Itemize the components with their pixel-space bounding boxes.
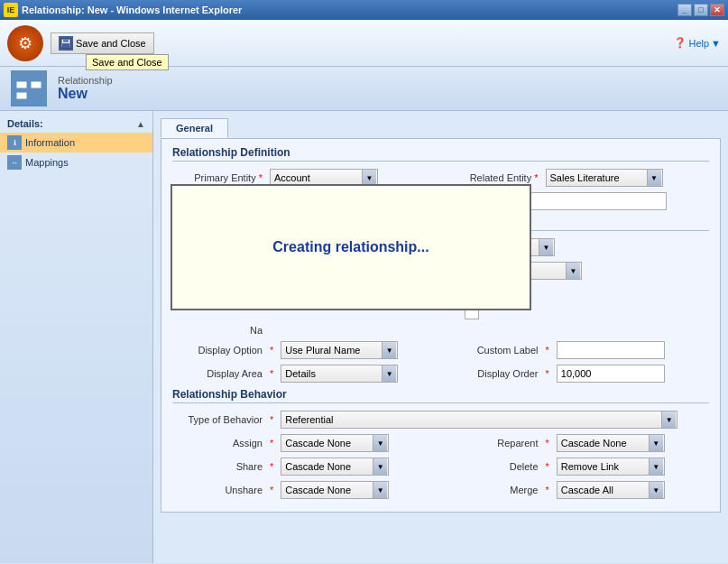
svg-rect-2 <box>62 43 69 48</box>
delete-required: * <box>546 461 549 472</box>
nav-pane-row: Na <box>172 325 709 336</box>
app-logo: ⚙ <box>7 25 43 61</box>
assign-col: Assign * Cascade None ▼ <box>172 434 434 458</box>
display-option-required: * <box>270 345 273 356</box>
share-select-wrapper: Cascade None ▼ <box>281 458 389 476</box>
assign-label: Assign <box>172 438 263 448</box>
share-required: * <box>270 461 273 472</box>
mappings-icon: ↔ <box>7 155 22 170</box>
merge-col: Merge * Cascade All ▼ <box>448 481 710 504</box>
information-icon: ℹ <box>7 135 22 150</box>
save-and-close-button[interactable]: Save and Close <box>51 32 154 54</box>
window-title: Relationship: New - Windows Internet Exp… <box>22 5 242 15</box>
restore-button[interactable]: □ <box>694 4 708 16</box>
reparent-label: Reparent <box>448 438 539 448</box>
form-panel: Relationship Definition Primary Entity *… <box>161 138 721 513</box>
sidebar-item-mappings[interactable]: ↔ Mappings <box>0 153 152 172</box>
display-option-select[interactable]: Use Plural Name <box>281 341 398 359</box>
main-layout: Details: ▲ ℹ Information ↔ Mappings Gene… <box>0 111 728 563</box>
sidebar-collapse-button[interactable]: ▲ <box>136 119 145 129</box>
unshare-label: Unshare <box>172 485 263 495</box>
merge-select-wrapper: Cascade All ▼ <box>557 481 665 499</box>
delete-select[interactable]: Remove Link <box>557 458 665 476</box>
information-label: Information <box>25 137 75 148</box>
display-area-row: Display Area * Details ▼ <box>172 365 434 383</box>
help-icon: ❓ <box>674 37 687 49</box>
display-area-required: * <box>270 368 273 379</box>
unshare-merge-row: Unshare * Cascade None ▼ Merge * <box>172 481 709 504</box>
toolbar: ⚙ Save and Close Save and Close ❓ Help ▼ <box>0 20 728 67</box>
sidebar-item-information[interactable]: ℹ Information <box>0 133 152 153</box>
display-area-label: Display Area <box>172 368 263 379</box>
tab-bar: General <box>161 118 721 138</box>
save-icon <box>59 36 73 51</box>
display-area-select-wrapper: Details ▼ <box>281 365 398 383</box>
type-of-behavior-label: Type of Behavior <box>172 414 263 425</box>
title-bar: IE Relationship: New - Windows Internet … <box>0 0 728 20</box>
assign-row: Assign * Cascade None ▼ <box>172 434 434 452</box>
display-option-col: Display Option * Use Plural Name ▼ <box>172 341 434 365</box>
assign-required: * <box>270 438 273 448</box>
loading-overlay: Creating relationship... <box>170 184 531 310</box>
tab-general[interactable]: General <box>161 118 228 138</box>
relationship-new-label: New <box>58 86 113 102</box>
svg-rect-3 <box>16 81 27 88</box>
related-required: * <box>534 172 538 183</box>
type-of-behavior-required: * <box>270 414 273 425</box>
related-entity-select-wrapper: Sales Literature ▼ <box>546 169 663 187</box>
window-controls: _ □ ✕ <box>677 4 724 16</box>
related-entity-label: Related Entity * <box>448 172 539 183</box>
assign-select-wrapper: Cascade None ▼ <box>281 434 389 452</box>
related-entity-select[interactable]: Sales Literature <box>546 169 663 187</box>
display-order-input[interactable] <box>557 365 665 383</box>
reparent-col: Reparent * Cascade None ▼ <box>448 434 710 458</box>
delete-row: Delete * Remove Link ▼ <box>448 458 710 476</box>
assign-select[interactable]: Cascade None <box>281 434 389 452</box>
content-area: General Relationship Definition Primary … <box>153 111 728 563</box>
help-label: Help <box>688 38 709 49</box>
custom-label-row: Custom Label * <box>448 341 710 359</box>
display-order-col: Display Order * <box>448 365 710 388</box>
share-select[interactable]: Cascade None <box>281 458 389 476</box>
delete-select-wrapper: Remove Link ▼ <box>557 458 665 476</box>
type-of-behavior-row: Type of Behavior * Referential ▼ <box>172 411 709 429</box>
sidebar: Details: ▲ ℹ Information ↔ Mappings <box>0 111 153 563</box>
display-order-required: * <box>546 368 549 379</box>
display-area-col: Display Area * Details ▼ <box>172 365 434 388</box>
svg-rect-1 <box>63 39 69 42</box>
help-arrow-icon: ▼ <box>711 38 721 49</box>
share-row: Share * Cascade None ▼ <box>172 458 434 476</box>
assign-reparent-row: Assign * Cascade None ▼ Reparent * <box>172 434 709 458</box>
delete-col: Delete * Remove Link ▼ <box>448 458 710 481</box>
unshare-required: * <box>270 485 273 495</box>
reparent-select[interactable]: Cascade None <box>557 434 665 452</box>
display-order-label: Display Order <box>448 368 539 379</box>
reparent-select-wrapper: Cascade None ▼ <box>557 434 665 452</box>
close-button[interactable]: ✕ <box>710 4 724 16</box>
relationship-icon <box>11 70 47 106</box>
display-area-row-wrapper: Display Area * Details ▼ Display Order <box>172 365 709 388</box>
share-col: Share * Cascade None ▼ <box>172 458 434 481</box>
reparent-required: * <box>546 438 549 448</box>
display-option-select-wrapper: Use Plural Name ▼ <box>281 341 398 359</box>
merge-select[interactable]: Cascade All <box>557 481 665 499</box>
reparent-row: Reparent * Cascade None ▼ <box>448 434 710 452</box>
minimize-button[interactable]: _ <box>677 4 692 16</box>
custom-label-input[interactable] <box>557 341 665 359</box>
unshare-select[interactable]: Cascade None <box>281 481 389 499</box>
relationship-header-text: Relationship New <box>58 75 113 102</box>
merge-label: Merge <box>448 485 539 495</box>
relationship-definition-header: Relationship Definition <box>172 146 709 162</box>
help-button[interactable]: ❓ Help ▼ <box>674 37 721 49</box>
loading-text: Creating relationship... <box>272 239 429 255</box>
display-area-select[interactable]: Details <box>281 365 398 383</box>
save-and-close-label: Save and Close <box>76 38 146 49</box>
delete-label: Delete <box>448 461 539 472</box>
svg-rect-6 <box>16 92 27 99</box>
display-order-row: Display Order * <box>448 365 710 383</box>
merge-required: * <box>546 485 549 495</box>
display-option-label: Display Option <box>172 345 263 356</box>
mappings-label: Mappings <box>25 157 69 168</box>
type-of-behavior-select[interactable]: Referential <box>281 411 677 429</box>
svg-rect-4 <box>31 81 41 88</box>
